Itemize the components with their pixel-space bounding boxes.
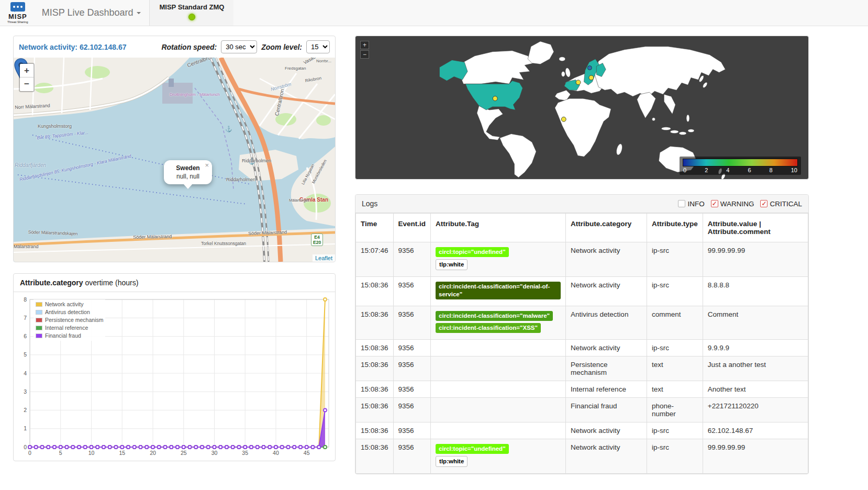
filter-warning[interactable]: ✓WARNING	[711, 200, 754, 208]
logs-header: Logs INFO✓WARNING✓CRITICAL	[355, 195, 808, 213]
map-popup: × Sweden null, null	[164, 160, 212, 184]
svg-text:40: 40	[273, 450, 279, 456]
main-content: Network activity: 62.102.148.67 Rotation…	[0, 26, 868, 474]
road-badge-e4-e20: E4 E20	[311, 233, 323, 246]
column-header: Attribute.type	[647, 214, 703, 242]
logo-text: MISP	[8, 13, 27, 20]
cell-value: 99.99.99.99	[703, 439, 808, 473]
world-map-legend: 0246810	[680, 157, 801, 175]
map-label: Norrbr...	[316, 59, 331, 63]
cell-tags	[431, 356, 566, 381]
logs-title: Logs	[362, 199, 377, 208]
cell-tags	[431, 397, 566, 422]
dashboard-menu-label: MISP Live Dashboard	[42, 7, 133, 18]
event-dot	[493, 96, 497, 101]
event-dot	[561, 117, 566, 121]
world-zoom-out-button[interactable]: −	[360, 50, 369, 59]
cell-tags: circl:topic="undefined"tlp:white	[431, 242, 566, 277]
filter-critical[interactable]: ✓CRITICAL	[760, 200, 802, 208]
popup-coordinates: null, null	[167, 173, 209, 180]
event-dot	[589, 75, 594, 80]
rotation-speed-label: Rotation speed:	[161, 43, 217, 51]
table-row: 15:07:469356circl:topic="undefined"tlp:w…	[356, 242, 808, 277]
category-chart-panel: Attribute.category overtime (hours) Netw…	[13, 273, 336, 461]
svg-text:5: 5	[24, 351, 27, 358]
stockholm-map[interactable]: ⚓ ⚓ CentralbronCentralbronVasabronFredsg…	[14, 58, 335, 262]
cell-event-id: 9356	[393, 381, 431, 397]
column-header: Event.id	[393, 214, 431, 242]
legend-swatch	[36, 302, 42, 307]
popup-title: Sweden	[167, 164, 209, 172]
attribute-tag: tlp:white	[436, 456, 468, 467]
table-header-row: TimeEvent.idAttribute.TagAttribute.categ…	[356, 214, 808, 242]
legend-swatch	[36, 326, 42, 330]
svg-text:0: 0	[28, 450, 31, 456]
filter-label: WARNING	[720, 200, 754, 208]
legend-tick: 4	[726, 167, 729, 173]
world-map-panel[interactable]: + −	[355, 36, 809, 180]
map-label: Riddarfjärden	[15, 162, 46, 168]
map-label: Riddarholmen	[242, 158, 271, 163]
table-row: 15:08:369356Network activityip-src62.102…	[356, 422, 808, 439]
table-row: 15:08:369356circl:topic="undefined"tlp:w…	[356, 439, 808, 473]
cell-value: Comment	[703, 306, 808, 339]
rotation-speed-select[interactable]: 30 sec	[221, 40, 257, 53]
svg-text:7: 7	[24, 315, 27, 321]
map-label: Fredsgatan	[285, 66, 306, 71]
legend-swatch	[36, 310, 42, 315]
legend-tick-labels: 0246810	[683, 166, 798, 173]
cell-type: phone-number	[647, 397, 703, 422]
column-header: Attribute.Tag	[431, 214, 566, 242]
chart-title-bold: Attribute.category	[20, 279, 83, 287]
map-label: Riddarholmen	[226, 177, 255, 182]
cell-event-id: 9356	[393, 276, 431, 306]
popup-close-icon[interactable]: ×	[205, 161, 209, 169]
checkbox-checked-icon[interactable]: ✓	[711, 200, 718, 207]
map-panel-header: Network activity: 62.102.148.67 Rotation…	[14, 36, 335, 58]
checkbox-checked-icon[interactable]: ✓	[760, 200, 767, 207]
legend-label: Internal reference	[45, 324, 88, 332]
zoom-level-label: Zoom level:	[261, 43, 302, 51]
svg-text:30: 30	[212, 450, 218, 456]
cell-time: 15:08:36	[356, 381, 394, 397]
table-row: 15:08:369356Persistence mechanismtextJus…	[356, 356, 808, 381]
table-row: 15:08:369356Network activityip-src9.9.9.…	[356, 339, 808, 356]
misp-brand[interactable]: MISP Threat Sharing	[0, 0, 34, 26]
svg-text:3: 3	[24, 388, 27, 395]
cell-category: Network activity	[566, 339, 647, 356]
zoom-out-button[interactable]: −	[20, 77, 34, 91]
table-row: 15:08:369356circl:incident-classificatio…	[356, 306, 808, 339]
cell-time: 15:08:36	[356, 439, 394, 473]
world-zoom-in-button[interactable]: +	[360, 41, 369, 49]
cell-event-id: 9356	[393, 306, 431, 339]
table-row: 15:08:369356circl:incident-classificatio…	[356, 276, 808, 306]
network-activity-ip: 62.102.148.67	[80, 43, 127, 51]
zoom-level-select[interactable]: 15	[306, 40, 330, 53]
dashboard-menu[interactable]: MISP Live Dashboard	[34, 0, 150, 26]
event-dot	[587, 66, 592, 70]
leaflet-attribution[interactable]: Leaflet	[313, 254, 335, 262]
legend-label: Network activity	[45, 300, 84, 308]
svg-text:5: 5	[59, 450, 62, 456]
network-activity-label: Network activity:	[19, 43, 77, 51]
logs-table: TimeEvent.idAttribute.TagAttribute.categ…	[355, 213, 808, 474]
checkbox-unchecked-icon[interactable]	[678, 200, 685, 207]
cell-value: Just a another test	[703, 356, 808, 381]
logs-panel: Logs INFO✓WARNING✓CRITICAL TimeEvent.idA…	[355, 194, 809, 474]
svg-text:2: 2	[24, 407, 27, 413]
table-row: 15:08:369356Financial fraudphone-number+…	[356, 397, 808, 422]
country-alaska	[439, 60, 468, 81]
log-filters: INFO✓WARNING✓CRITICAL	[678, 200, 802, 208]
zoom-in-button[interactable]: +	[20, 64, 34, 77]
cell-category: Network activity	[566, 242, 647, 277]
cell-event-id: 9356	[393, 356, 431, 381]
cell-tags	[431, 339, 566, 356]
cell-event-id: 9356	[393, 339, 431, 356]
map-label: Mälartorget	[289, 198, 309, 203]
logs-table-body: 15:07:469356circl:topic="undefined"tlp:w…	[356, 242, 808, 474]
column-header: Attribute.category	[566, 214, 647, 242]
svg-text:1: 1	[24, 425, 27, 431]
misp-logo-icon	[10, 2, 25, 12]
legend-tick: 2	[705, 167, 708, 173]
filter-info[interactable]: INFO	[678, 200, 704, 208]
